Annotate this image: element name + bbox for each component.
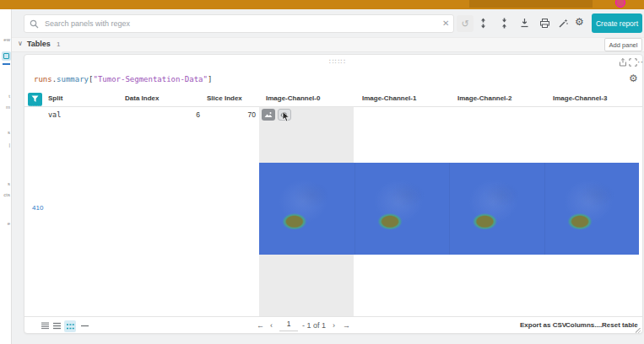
column-header-image-channel-1[interactable]: Image-Channel-1 <box>362 94 416 102</box>
user-avatar[interactable] <box>615 0 625 8</box>
project-sidebar: ew t m s | s cts e <box>0 9 12 344</box>
row-height-compact-icon[interactable] <box>41 321 51 331</box>
sidebar-fragment: s <box>8 130 10 135</box>
section-title[interactable]: Tables <box>27 40 51 48</box>
search-icon <box>30 19 39 30</box>
expand-panels-icon[interactable] <box>478 18 489 29</box>
prev-page-icon[interactable]: ‹ <box>270 321 273 330</box>
mouse-cursor <box>282 110 291 121</box>
last-page-icon[interactable]: → <box>343 321 350 330</box>
expression-prop: summary <box>57 75 89 83</box>
expression-rbracket: ] <box>208 75 212 83</box>
panel-expression[interactable]: runs.summary["Tumor-Segmentation-Data"] <box>34 75 212 83</box>
sidebar-fragment: e <box>8 221 10 226</box>
chevron-down-icon[interactable]: ∨ <box>18 40 23 47</box>
panel-search-box[interactable] <box>24 14 454 33</box>
expression-string: "Tumor-Segmentation-Data" <box>93 75 207 83</box>
sidebar-fragment: cts <box>3 192 10 197</box>
download-data-icon[interactable] <box>519 18 530 29</box>
history-icon: ↺ <box>461 19 468 29</box>
cell-slice-index[interactable]: 70 <box>211 110 256 119</box>
reset-table-link[interactable]: Reset table <box>602 321 638 329</box>
sidebar-fragment: s <box>8 181 10 186</box>
image-channel-2-preview[interactable] <box>449 163 544 255</box>
sidebar-fragment: ew <box>3 37 10 42</box>
sidebar-selected-label <box>3 63 10 65</box>
cell-split[interactable]: val <box>48 110 61 119</box>
cell-data-index[interactable]: 6 <box>152 110 200 119</box>
search-history-button[interactable]: ↺ <box>457 15 474 32</box>
search-input[interactable] <box>45 16 433 31</box>
sidebar-fragment: t <box>8 94 10 99</box>
fullscreen-icon[interactable] <box>629 58 637 67</box>
image-preview-band <box>259 163 639 255</box>
expression-var: runs <box>34 75 52 83</box>
table-icon <box>3 53 9 59</box>
settings-gear-icon[interactable]: ⚙ <box>575 16 584 28</box>
tables-section-bar <box>12 37 644 52</box>
image-channel-1-preview[interactable] <box>354 163 450 255</box>
add-panel-button[interactable]: Add panel <box>604 38 642 51</box>
panel-resize-handle[interactable] <box>635 327 641 333</box>
image-channel-0-preview[interactable] <box>259 163 354 255</box>
panel-drag-handle[interactable]: ∷∷∷ <box>329 57 346 66</box>
image-channel-3-preview[interactable] <box>544 163 640 255</box>
page-range-label: - 1 of 1 <box>302 321 326 330</box>
column-header-slice-index[interactable]: Slice Index <box>207 94 242 102</box>
panel-settings-gear-icon[interactable]: ⚙ <box>629 73 638 84</box>
more-options-icon[interactable]: ⋯ <box>637 58 644 66</box>
first-page-icon[interactable]: ← <box>257 321 264 330</box>
table-footer-divider <box>24 316 642 317</box>
collapse-panels-icon[interactable] <box>499 18 510 29</box>
filter-button[interactable] <box>28 93 42 106</box>
top-bar-tab-shadow <box>469 0 593 8</box>
column-header-image-channel-3[interactable]: Image-Channel-3 <box>553 94 607 102</box>
row-height-grid-icon-active[interactable] <box>64 320 76 332</box>
image-view-toggle-button[interactable] <box>262 109 275 121</box>
magic-wand-icon[interactable] <box>558 18 569 29</box>
column-header-split[interactable]: Split <box>48 94 62 102</box>
sidebar-fragment: | <box>8 142 10 148</box>
column-header-data-index[interactable]: Data Index <box>125 94 159 102</box>
browser-top-bar <box>0 0 644 9</box>
sidebar-fragment: m <box>6 105 10 110</box>
row-height-single-icon[interactable] <box>80 321 90 331</box>
export-csv-link[interactable]: Export as CSV <box>520 321 566 329</box>
print-panel-icon[interactable] <box>539 18 550 29</box>
column-header-image-channel-0[interactable]: Image-Channel-0 <box>266 94 320 102</box>
row-index-link[interactable]: 410 <box>32 204 43 212</box>
export-panel-icon[interactable] <box>619 58 627 67</box>
clear-search-icon[interactable]: ✕ <box>442 19 449 28</box>
columns-link[interactable]: Columns.... <box>566 321 602 329</box>
next-page-icon[interactable]: › <box>333 321 335 330</box>
row-height-medium-icon[interactable] <box>52 321 62 331</box>
page-number-input[interactable]: 1 <box>279 320 298 331</box>
create-report-button[interactable]: Create report <box>592 13 642 33</box>
section-count: 1 <box>57 40 60 48</box>
column-header-image-channel-2[interactable]: Image-Channel-2 <box>457 94 511 102</box>
